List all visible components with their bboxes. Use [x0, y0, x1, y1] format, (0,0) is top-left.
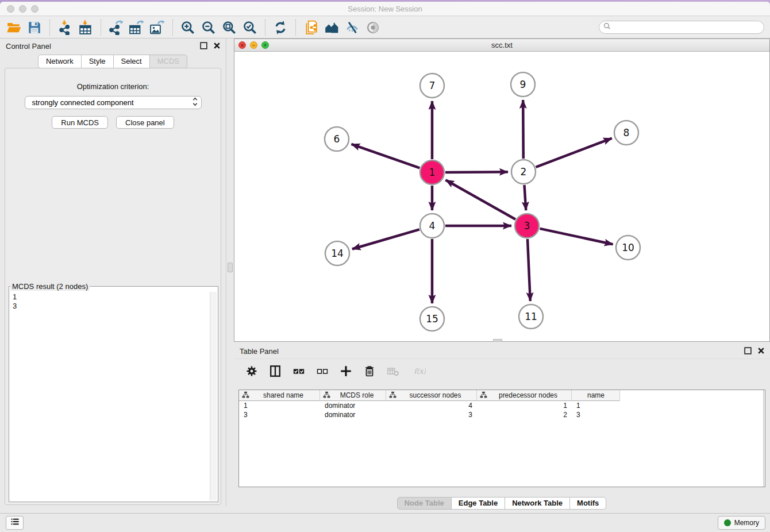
network-minimize-button[interactable]: −: [250, 41, 257, 49]
home-network-icon[interactable]: [321, 19, 342, 36]
table-cell-shared-name: 3: [239, 410, 320, 419]
table-scrollbar[interactable]: [763, 390, 765, 487]
optimization-label: Optimization criterion:: [5, 82, 221, 91]
gear-icon[interactable]: [244, 364, 259, 379]
table-toolbar: f(x): [234, 358, 770, 383]
tab-network[interactable]: Network: [38, 55, 82, 68]
save-icon[interactable]: [24, 19, 45, 36]
table-row[interactable]: 3dominator323: [239, 410, 765, 419]
network-canvas[interactable]: 7968124314101511: [234, 52, 769, 341]
criterion-select[interactable]: strongly connected component: [25, 96, 202, 109]
zoom-selected-icon[interactable]: [240, 19, 260, 36]
network-close-button[interactable]: ×: [238, 41, 246, 49]
node-8[interactable]: 8: [614, 121, 638, 145]
open-folder-icon[interactable]: [3, 19, 24, 36]
function-icon: f(x): [409, 364, 430, 379]
network-resize-grip[interactable]: [493, 339, 502, 342]
toolbar-separator: [49, 20, 50, 36]
edge-1-2[interactable]: [445, 172, 508, 172]
stepper-icon: [191, 96, 199, 109]
node-label: 9: [520, 79, 526, 90]
column-header-shared-name[interactable]: shared name: [239, 390, 320, 401]
float-table-panel-icon[interactable]: [744, 346, 752, 355]
column-type-icon: [480, 391, 487, 400]
zoom-button[interactable]: [31, 5, 38, 13]
main-toolbar: [0, 17, 770, 38]
import-network-icon[interactable]: [55, 19, 75, 36]
node-3[interactable]: 3: [515, 214, 539, 238]
import-table-icon[interactable]: [75, 19, 96, 36]
refresh-layout-icon[interactable]: [270, 19, 291, 36]
hide-eye-icon[interactable]: [342, 19, 363, 36]
table-cell-mcds-role: dominator: [320, 410, 386, 419]
export-image-icon[interactable]: [147, 19, 168, 36]
export-network-icon[interactable]: [106, 19, 126, 36]
node-6[interactable]: 6: [325, 127, 349, 151]
table-tab-network-table[interactable]: Network Table: [505, 497, 570, 510]
edge-3-1[interactable]: [446, 180, 516, 219]
result-scrollbar[interactable]: [210, 292, 217, 500]
edge-3-11[interactable]: [528, 239, 530, 301]
zoom-out-icon[interactable]: [198, 19, 219, 36]
table-cell-predecessor-nodes: 1: [477, 401, 572, 410]
svg-text:f(x): f(x): [414, 367, 426, 375]
table-panel: Table Panel f(x) shared nameMCDS rolesuc…: [234, 344, 770, 512]
edge-2-9[interactable]: [523, 100, 523, 159]
panel-divider-grip[interactable]: [228, 263, 233, 272]
column-header-mcds-role[interactable]: MCDS role: [320, 390, 386, 401]
network-file-icon[interactable]: [301, 19, 321, 36]
node-11[interactable]: 11: [519, 304, 543, 329]
tab-select[interactable]: Select: [113, 55, 150, 68]
export-table-icon[interactable]: [126, 19, 147, 36]
zoom-in-icon[interactable]: [178, 19, 198, 36]
column-header-predecessor-nodes[interactable]: predecessor nodes: [477, 390, 572, 401]
column-label: MCDS role: [330, 391, 386, 399]
delete-table-icon: [386, 364, 401, 379]
run-mcds-button[interactable]: Run MCDS: [52, 116, 108, 129]
close-panel-icon[interactable]: [213, 41, 221, 50]
close-table-panel-icon[interactable]: [757, 346, 765, 355]
task-history-button[interactable]: [6, 516, 24, 530]
add-icon[interactable]: [338, 364, 353, 379]
node-7[interactable]: 7: [420, 74, 444, 98]
column-header-name[interactable]: name: [572, 390, 620, 401]
columns-icon[interactable]: [268, 364, 283, 379]
window-title: Session: New Session: [0, 2, 770, 16]
float-panel-icon[interactable]: [199, 41, 208, 50]
tab-style[interactable]: Style: [81, 55, 114, 68]
node-4[interactable]: 4: [420, 214, 444, 238]
tab-mcds[interactable]: MCDS: [149, 55, 187, 68]
table-tab-edge-table[interactable]: Edge Table: [451, 497, 505, 510]
node-14[interactable]: 14: [325, 241, 349, 265]
toolbar-separator: [265, 20, 265, 36]
network-zoom-button[interactable]: +: [261, 41, 269, 49]
select-all-icon[interactable]: [291, 364, 306, 379]
node-15[interactable]: 15: [420, 307, 444, 331]
edge-1-6[interactable]: [352, 144, 420, 168]
node-1[interactable]: 1: [420, 160, 444, 184]
edge-2-8[interactable]: [536, 138, 612, 167]
search-box[interactable]: [599, 21, 764, 34]
table-tab-node-table[interactable]: Node Table: [397, 497, 452, 510]
memory-button[interactable]: Memory: [718, 516, 765, 530]
close-button[interactable]: [7, 5, 14, 13]
table-row[interactable]: 1dominator411: [239, 401, 765, 410]
criterion-value: strongly connected component: [32, 98, 191, 107]
node-10[interactable]: 10: [616, 236, 640, 260]
close-panel-button[interactable]: Close panel: [116, 116, 174, 129]
zoom-fit-icon[interactable]: [219, 19, 240, 36]
delete-icon[interactable]: [362, 364, 377, 379]
node-2[interactable]: 2: [511, 160, 536, 184]
edge-3-10[interactable]: [540, 229, 613, 244]
edge-2-3[interactable]: [525, 185, 526, 210]
edge-4-14[interactable]: [352, 229, 419, 249]
search-input[interactable]: [612, 22, 764, 33]
minimize-button[interactable]: [19, 5, 26, 13]
column-header-successor-nodes[interactable]: successor nodes: [386, 390, 477, 401]
table-tab-motifs[interactable]: Motifs: [569, 497, 606, 510]
table-panel-title: Table Panel: [240, 347, 279, 356]
node-9[interactable]: 9: [511, 72, 535, 97]
node-label: 11: [525, 311, 537, 322]
mcds-result-list[interactable]: 13: [9, 291, 218, 502]
deselect-all-icon[interactable]: [315, 364, 330, 379]
